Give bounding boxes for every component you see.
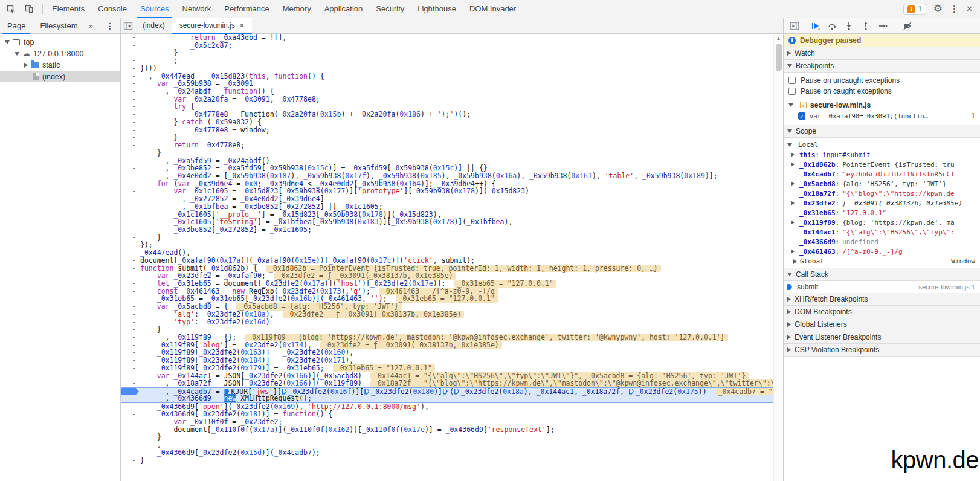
line-gutter[interactable]: -: [121, 334, 139, 341]
line-gutter[interactable]: -: [121, 426, 139, 434]
line-gutter[interactable]: -: [121, 433, 139, 441]
code-line[interactable]: - _0x5c2c87;: [121, 42, 773, 50]
tab-lighthouse[interactable]: Lighthouse: [411, 0, 463, 18]
chevron-right-icon[interactable]: [791, 181, 795, 186]
resume-script-icon[interactable]: [808, 19, 822, 33]
code-line[interactable]: -_0x447ead(),: [121, 249, 773, 257]
step-out-icon[interactable]: [859, 19, 873, 33]
line-gutter[interactable]: -: [121, 203, 139, 211]
section-dom-breakpoints[interactable]: DOM Breakpoints: [784, 306, 980, 318]
scope-entry--0x461463[interactable]: _0x461463:/[^a-z0-9._-]/g: [784, 247, 980, 256]
inline-breakpoint-icon[interactable]: [629, 389, 634, 395]
sidebar-toggle-icon[interactable]: [787, 19, 802, 33]
code-line[interactable]: - }: [121, 234, 773, 242]
code-line[interactable]: - , _0x18a72f = JSON[_0x23dfe2(0x166)](_…: [121, 379, 773, 387]
close-devtools-icon[interactable]: ✕: [966, 5, 973, 13]
settings-gear-icon[interactable]: ⚙: [933, 4, 943, 14]
inline-breakpoint-active-icon[interactable]: [224, 389, 229, 395]
pause-caught-checkbox[interactable]: [788, 88, 796, 95]
scope-entry--0x119f89[interactable]: _0x119f89:{blog: 'https://kpwn.de', ma: [784, 218, 980, 227]
line-gutter[interactable]: -: [121, 272, 139, 280]
line-gutter[interactable]: -: [121, 357, 139, 364]
tab-sources[interactable]: Sources: [134, 0, 176, 18]
scope-global-group[interactable]: Global Window: [784, 256, 980, 266]
code-line[interactable]: - }: [121, 433, 773, 441]
line-gutter[interactable]: -: [121, 111, 139, 118]
line-gutter[interactable]: -: [121, 241, 139, 249]
scope-local-group[interactable]: Local: [784, 140, 980, 150]
inline-breakpoint-icon[interactable]: [443, 389, 448, 395]
tab-memory[interactable]: Memory: [276, 0, 318, 18]
scrollbar-thumb[interactable]: [776, 44, 782, 71]
code-line[interactable]: - _0x3be852[_0x272852] = _0x1c1605;: [121, 226, 773, 234]
code-line[interactable]: -});: [121, 241, 773, 249]
line-gutter[interactable]: -: [121, 280, 139, 288]
line-gutter[interactable]: -: [121, 265, 139, 273]
step-over-icon[interactable]: [825, 19, 839, 33]
line-gutter[interactable]: -: [121, 349, 139, 357]
code-line[interactable]: -}: [121, 457, 773, 465]
line-gutter[interactable]: -: [121, 395, 139, 402]
line-gutter[interactable]: -: [121, 303, 139, 311]
tab-dom-invader[interactable]: DOM Invader: [463, 0, 523, 18]
line-gutter[interactable]: -: [121, 149, 139, 157]
file-tab--index-[interactable]: (index): [135, 18, 172, 34]
line-gutter[interactable]: -: [121, 403, 139, 411]
source-editor[interactable]: - return _0xa43dbd = ![],- _0x5c2c87;- }…: [121, 34, 773, 481]
breakpoint-file-group[interactable]: secure-low.min.js: [784, 99, 980, 111]
more-options-icon[interactable]: ⋮: [950, 4, 959, 13]
file-tab-secure-low-min-js[interactable]: secure-low.min.js✕: [172, 18, 252, 34]
section-breakpoints[interactable]: Breakpoints: [784, 60, 980, 73]
line-gutter[interactable]: -: [121, 141, 139, 149]
code-line[interactable]: - }: [121, 49, 773, 57]
code-line[interactable]: - 'typ': _0x23dfe2(0x16d): [121, 318, 773, 326]
section-scope[interactable]: Scope: [784, 125, 980, 138]
line-gutter[interactable]: -: [121, 42, 139, 50]
line-gutter[interactable]: -: [121, 418, 139, 426]
line-gutter[interactable]: -: [121, 126, 139, 134]
deactivate-breakpoints-icon[interactable]: [900, 19, 915, 33]
issues-badge[interactable]: ! 1: [903, 4, 926, 15]
scope-entry--0x31eb65[interactable]: _0x31eb65:"127.0.0.1": [784, 208, 980, 218]
line-gutter[interactable]: -: [121, 211, 139, 219]
code-line[interactable]: - _0x4778e8 = window;: [121, 126, 773, 134]
scope-entry--0x18a72f[interactable]: _0x18a72f:"{\"blog\":\"https://kpwn.de: [784, 189, 980, 198]
line-gutter[interactable]: -: [121, 311, 139, 318]
line-gutter[interactable]: -: [121, 80, 139, 88]
editor-scrollbar[interactable]: ▲: [773, 34, 783, 481]
line-gutter[interactable]: -: [121, 180, 139, 188]
navigator-kebab-icon[interactable]: ⋮: [100, 21, 120, 31]
line-gutter[interactable]: -: [121, 257, 139, 265]
chevron-right-icon[interactable]: [791, 249, 795, 254]
line-gutter[interactable]: -: [121, 57, 139, 65]
line-gutter[interactable]: -: [121, 441, 139, 449]
section-xhr-fetch-breakpoints[interactable]: XHR/fetch Breakpoints: [784, 293, 980, 306]
code-line[interactable]: - document[_0x110f0f(0x17a)](_0x110f0f(0…: [121, 426, 773, 434]
scope-entry--0x4cadb7[interactable]: _0x4cadb7:"eyJhbGciOiJIUzI1NiIsInR5cCI: [784, 169, 980, 179]
section-watch[interactable]: Watch: [784, 47, 980, 60]
line-gutter[interactable]: -: [121, 379, 139, 387]
scope-entry--0x5acbd8[interactable]: _0x5acbd8:{alg: 'HS256', typ: 'JWT'}: [784, 179, 980, 189]
breakpoint-entry[interactable]: ✓ var _0xafaf90=_0x3091;(functio… 1: [784, 111, 980, 121]
navigator-toggle-icon[interactable]: [121, 19, 135, 33]
line-gutter[interactable]: -: [121, 318, 139, 326]
step-icon[interactable]: [875, 19, 890, 33]
line-gutter[interactable]: -: [121, 172, 139, 180]
line-gutter[interactable]: -: [121, 34, 139, 42]
step-into-icon[interactable]: [842, 19, 856, 33]
call-stack-frame-submit[interactable]: submitsecure-low.min.js:1: [784, 281, 980, 293]
section-call-stack[interactable]: Call Stack: [784, 268, 980, 281]
close-tab-icon[interactable]: ✕: [239, 18, 245, 33]
scrollbar-up-arrow[interactable]: ▲: [774, 34, 783, 41]
section-global-listeners[interactable]: Global Listeners: [784, 318, 980, 331]
tree-item-127-0-0-1-8000[interactable]: ☁127.0.0.1:8000: [0, 48, 120, 59]
line-gutter[interactable]: -: [121, 288, 139, 295]
line-gutter[interactable]: -: [121, 295, 139, 303]
line-gutter[interactable]: -: [121, 364, 139, 372]
tab-security[interactable]: Security: [369, 0, 411, 18]
scope-entry--0x4366d9[interactable]: _0x4366d9:undefined: [784, 237, 980, 247]
pause-uncaught-checkbox[interactable]: [788, 77, 796, 84]
line-gutter[interactable]: -: [121, 157, 139, 165]
breakpoint-checkbox[interactable]: ✓: [798, 112, 805, 120]
chevron-right-icon[interactable]: [791, 152, 795, 157]
